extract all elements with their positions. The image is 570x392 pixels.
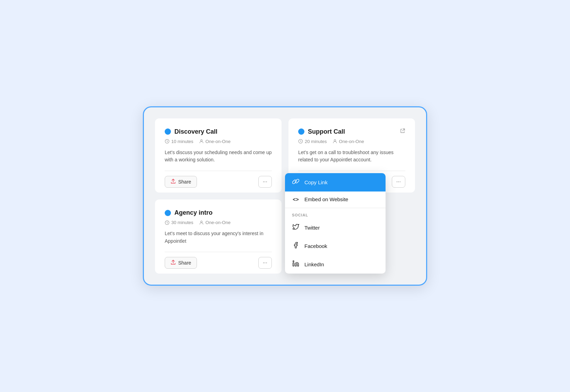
share-button[interactable]: Share bbox=[165, 176, 197, 188]
linkedin-label: LinkedIn bbox=[304, 261, 324, 267]
status-dot bbox=[165, 128, 171, 135]
external-link-icon[interactable] bbox=[400, 128, 405, 135]
duration-meta: 30 minutes bbox=[165, 220, 193, 225]
status-dot bbox=[165, 210, 171, 216]
discovery-call-card: Discovery Call 10 minutes One-on-One bbox=[155, 118, 282, 193]
duration-label: 10 minutes bbox=[171, 139, 193, 144]
linkedin-item[interactable]: LinkedIn bbox=[285, 255, 386, 274]
card-meta: 10 minutes One-on-One bbox=[165, 139, 272, 144]
card-header: Support Call bbox=[298, 128, 405, 135]
cards-grid: Discovery Call 10 minutes One-on-One bbox=[155, 118, 415, 274]
status-dot bbox=[298, 128, 304, 135]
person-icon bbox=[199, 220, 204, 225]
share-label: Share bbox=[178, 260, 191, 266]
duration-label: 20 minutes bbox=[305, 139, 327, 144]
embed-website-label: Embed on Website bbox=[304, 196, 348, 202]
card-description: Let's meet to discuss your agency's inte… bbox=[165, 230, 272, 252]
card-header: Discovery Call bbox=[165, 128, 272, 135]
copy-link-item[interactable]: Copy Link bbox=[285, 173, 386, 191]
meeting-type-label: One-on-One bbox=[339, 139, 364, 144]
share-button[interactable]: Share bbox=[165, 257, 197, 269]
person-icon bbox=[332, 139, 337, 144]
duration-label: 30 minutes bbox=[171, 220, 193, 225]
share-label: Share bbox=[178, 179, 191, 185]
support-call-card: Support Call 20 minutes bbox=[288, 118, 415, 193]
share-dropdown: Copy Link <> Embed on Website SOCIAL bbox=[285, 173, 386, 274]
card-title: Support Call bbox=[308, 128, 345, 135]
svg-point-7 bbox=[200, 221, 202, 222]
clock-icon bbox=[298, 139, 303, 144]
more-options-button[interactable]: ··· bbox=[392, 176, 405, 188]
twitter-item[interactable]: Twitter bbox=[285, 219, 386, 237]
meeting-type-label: One-on-One bbox=[206, 139, 231, 144]
card-title: Discovery Call bbox=[174, 128, 217, 135]
share-icon bbox=[171, 260, 176, 266]
svg-rect-4 bbox=[293, 263, 294, 266]
meeting-type-label: One-on-One bbox=[206, 220, 231, 225]
svg-point-5 bbox=[293, 261, 294, 262]
meeting-type-meta: One-on-One bbox=[332, 139, 364, 144]
main-container: Discovery Call 10 minutes One-on-One bbox=[143, 106, 427, 286]
person-icon bbox=[199, 139, 204, 144]
card-footer: Share ··· bbox=[165, 252, 272, 274]
clock-icon bbox=[165, 139, 170, 144]
card-footer: Share ··· Copy Link bbox=[298, 171, 405, 193]
code-icon: <> bbox=[292, 196, 300, 202]
facebook-item[interactable]: Facebook bbox=[285, 237, 386, 255]
copy-link-label: Copy Link bbox=[304, 179, 328, 185]
dropdown-divider bbox=[285, 208, 386, 208]
linkedin-icon bbox=[292, 260, 300, 269]
share-icon bbox=[171, 179, 176, 185]
meeting-type-meta: One-on-One bbox=[199, 220, 231, 225]
twitter-icon bbox=[292, 223, 300, 232]
svg-point-1 bbox=[200, 140, 202, 141]
meeting-type-meta: One-on-One bbox=[199, 139, 231, 144]
facebook-icon bbox=[292, 242, 300, 250]
embed-website-item[interactable]: <> Embed on Website bbox=[285, 191, 386, 207]
card-footer: Share ··· bbox=[165, 171, 272, 193]
card-meta: 20 minutes One-on-One bbox=[298, 139, 405, 144]
svg-point-3 bbox=[334, 140, 336, 141]
duration-meta: 20 minutes bbox=[298, 139, 327, 144]
social-section-label: SOCIAL bbox=[285, 209, 386, 219]
facebook-label: Facebook bbox=[304, 243, 327, 249]
card-description: Let's get on a call to troubleshoot any … bbox=[298, 149, 405, 171]
twitter-label: Twitter bbox=[304, 225, 320, 231]
card-header: Agency intro bbox=[165, 209, 272, 216]
card-meta: 30 minutes One-on-One bbox=[165, 220, 272, 225]
agency-intro-card: Agency intro 30 minutes One-on-One bbox=[155, 199, 282, 274]
duration-meta: 10 minutes bbox=[165, 139, 193, 144]
more-options-button[interactable]: ··· bbox=[258, 176, 272, 188]
more-options-button[interactable]: ··· bbox=[258, 257, 272, 269]
link-icon bbox=[292, 178, 300, 187]
card-title: Agency intro bbox=[174, 209, 213, 216]
clock-icon bbox=[165, 220, 170, 225]
card-description: Let's discuss your scheduling needs and … bbox=[165, 149, 272, 171]
